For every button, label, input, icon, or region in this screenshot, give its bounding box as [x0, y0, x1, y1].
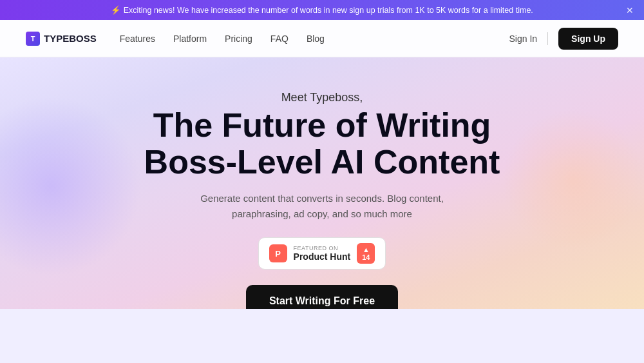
banner-text: ⚡ Exciting news! We have increased the n… [111, 6, 533, 15]
signup-button[interactable]: Sign Up [558, 28, 618, 50]
hero-description: Generate content that converts in second… [26, 191, 618, 222]
navbar: T TYPEBOSS Features Platform Pricing FAQ… [0, 20, 644, 57]
nav-blog[interactable]: Blog [307, 34, 325, 44]
nav-faq[interactable]: FAQ [270, 34, 289, 44]
hero-section: Meet Typeboss, The Future of WritingBoss… [0, 57, 644, 309]
product-hunt-text: FEATURED ON Product Hunt [294, 245, 351, 262]
cta-button[interactable]: Start Writing For Free [246, 285, 398, 309]
nav-divider [547, 32, 548, 45]
product-hunt-badge[interactable]: P FEATURED ON Product Hunt ▲14 [258, 237, 386, 270]
product-hunt-logo: P [269, 244, 287, 262]
nav-pricing[interactable]: Pricing [225, 34, 252, 44]
nav-links: Features Platform Pricing FAQ Blog [120, 34, 509, 44]
ph-product-name: Product Hunt [294, 251, 351, 262]
ph-featured-label: FEATURED ON [294, 245, 351, 251]
nav-features[interactable]: Features [120, 34, 155, 44]
signin-button[interactable]: Sign In [509, 34, 538, 44]
hero-title: The Future of WritingBoss-Level AI Conte… [26, 107, 618, 181]
announcement-banner: ⚡ Exciting news! We have increased the n… [0, 0, 644, 20]
banner-close-button[interactable]: ✕ [626, 5, 634, 15]
hero-subtitle: Meet Typeboss, [26, 91, 618, 104]
logo-text: TYPEBOSS [44, 33, 97, 44]
nav-auth: Sign In Sign Up [509, 28, 618, 50]
ph-votes: ▲14 [357, 243, 375, 264]
nav-platform[interactable]: Platform [173, 34, 207, 44]
logo-icon: T [26, 32, 40, 46]
logo[interactable]: T TYPEBOSS [26, 32, 97, 46]
